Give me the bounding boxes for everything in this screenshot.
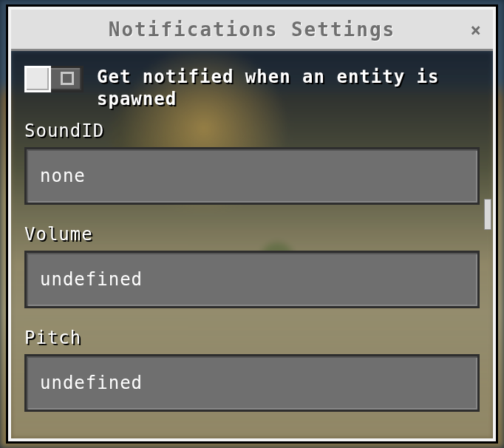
pitch-input[interactable] (24, 354, 480, 412)
toggle-off-indicator-icon (61, 72, 74, 85)
pitch-label: Pitch (24, 327, 480, 348)
titlebar: Notifications Settings × (11, 10, 493, 51)
settings-window: Notifications Settings × Get notified wh… (8, 7, 496, 441)
volume-label: Volume (24, 224, 480, 245)
volume-input[interactable] (24, 251, 480, 308)
entity-spawn-toggle-row: Get notified when an entity is spawned (24, 66, 480, 110)
window-title: Notifications Settings (109, 18, 395, 41)
scrollbar-thumb[interactable] (484, 199, 491, 230)
entity-spawn-toggle-label: Get notified when an entity is spawned (97, 66, 452, 110)
soundid-label: SoundID (24, 121, 480, 141)
scrollbar-track[interactable] (484, 51, 491, 438)
entity-spawn-toggle[interactable] (24, 66, 84, 92)
toggle-knob (24, 66, 51, 92)
content: Get notified when an entity is spawned S… (24, 66, 480, 425)
window-body: Get notified when an entity is spawned S… (11, 51, 493, 438)
soundid-input[interactable] (24, 147, 480, 205)
close-icon[interactable]: × (471, 20, 481, 41)
